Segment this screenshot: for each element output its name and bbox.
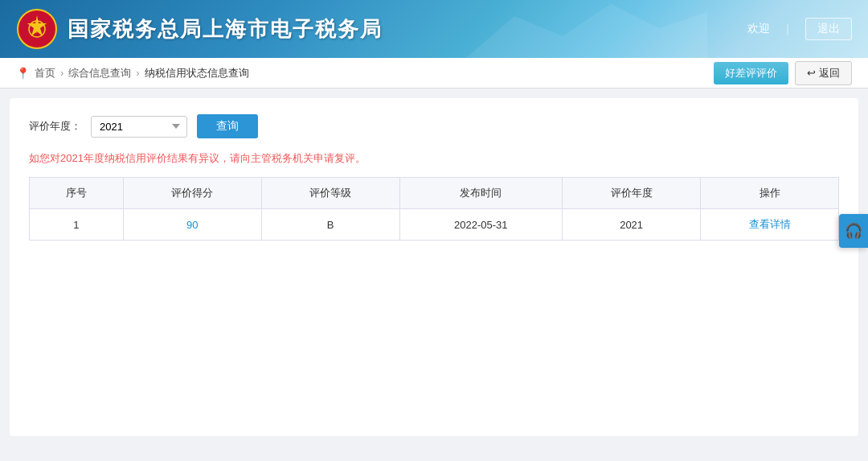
breadcrumb-level1[interactable]: 综合信息查询 [68, 66, 131, 80]
col-date: 发布时间 [399, 178, 563, 209]
header-emblem: 税 [16, 8, 58, 50]
table-body: 1 90 B 2022-05-31 2021 查看详情 [30, 209, 839, 241]
header-right: 欢迎 | 退出 [747, 18, 852, 40]
back-icon: ↩ [807, 67, 816, 79]
header-title: 国家税务总局上海市电子税务局 [68, 15, 383, 43]
breadcrumb-level2: 纳税信用状态信息查询 [145, 66, 249, 80]
cell-grade: B [261, 209, 399, 241]
col-action: 操作 [701, 178, 839, 209]
notice-text: 如您对2021年度纳税信用评价结果有异议，请向主管税务机关申请复评。 [29, 151, 839, 166]
navbar: 📍 首页 › 综合信息查询 › 纳税信用状态信息查询 好差评评价 ↩ 返回 [0, 58, 868, 88]
query-button[interactable]: 查询 [197, 114, 258, 138]
back-button[interactable]: ↩ 返回 [795, 61, 852, 85]
year-select[interactable]: 2021 2020 2019 2018 [91, 116, 187, 138]
navbar-actions: 好差评评价 ↩ 返回 [714, 61, 852, 85]
help-icon: 🎧 [845, 222, 862, 240]
breadcrumb-sep-2: › [136, 67, 139, 79]
back-label: 返回 [819, 66, 840, 80]
header: 税 国家税务总局上海市电子税务局 欢迎 | 退出 [0, 0, 868, 58]
svg-text:税: 税 [34, 27, 40, 34]
table-header: 序号 评价得分 评价等级 发布时间 评价年度 操作 [30, 178, 839, 209]
side-help-button[interactable]: 🎧 [839, 214, 868, 248]
cell-year: 2021 [563, 209, 701, 241]
logout-button[interactable]: 退出 [805, 18, 852, 40]
breadcrumb: 📍 首页 › 综合信息查询 › 纳税信用状态信息查询 [16, 66, 249, 80]
header-welcome: 欢迎 [747, 22, 770, 36]
cell-score[interactable]: 90 [123, 209, 261, 241]
col-index: 序号 [30, 178, 124, 209]
breadcrumb-sep-1: › [60, 67, 63, 79]
data-table: 序号 评价得分 评价等级 发布时间 评价年度 操作 1 90 B 2022-05… [29, 177, 839, 241]
filter-row: 评价年度： 2021 2020 2019 2018 查询 [29, 114, 839, 138]
col-grade: 评价等级 [261, 178, 399, 209]
table-row: 1 90 B 2022-05-31 2021 查看详情 [30, 209, 839, 241]
col-year: 评价年度 [563, 178, 701, 209]
year-label: 评价年度： [29, 119, 81, 134]
col-score: 评价得分 [123, 178, 261, 209]
cell-date: 2022-05-31 [399, 209, 563, 241]
main-content: 评价年度： 2021 2020 2019 2018 查询 如您对2021年度纳税… [10, 98, 858, 436]
header-logo-area: 税 国家税务总局上海市电子税务局 [16, 8, 383, 50]
rating-button[interactable]: 好差评评价 [714, 62, 788, 84]
cell-index: 1 [30, 209, 124, 241]
breadcrumb-home[interactable]: 首页 [35, 66, 55, 80]
cell-action[interactable]: 查看详情 [701, 209, 839, 241]
table-header-row: 序号 评价得分 评价等级 发布时间 评价年度 操作 [30, 178, 839, 209]
location-icon: 📍 [16, 67, 30, 80]
